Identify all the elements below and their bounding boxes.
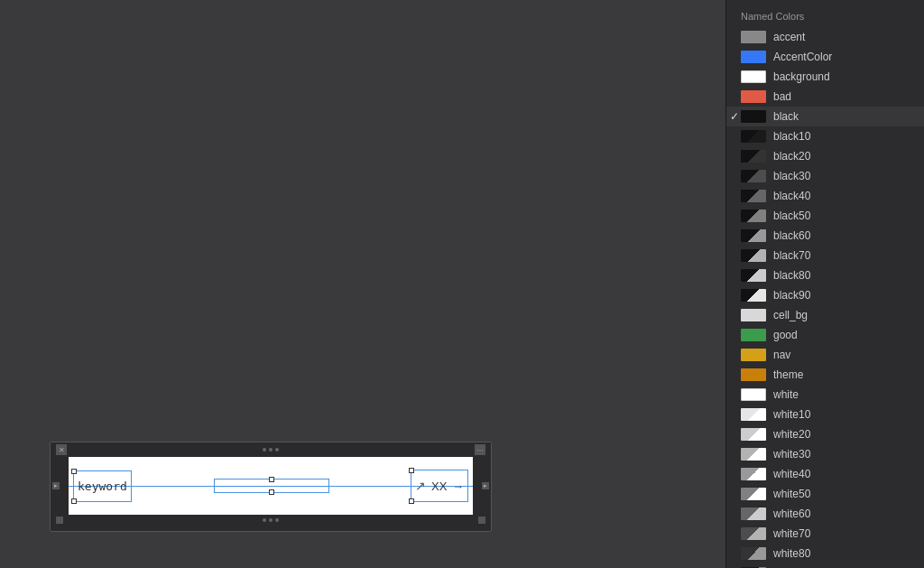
color-swatch-good [741, 329, 766, 341]
color-item-white30[interactable]: white30 [726, 444, 924, 464]
color-swatch-accent [741, 31, 766, 43]
color-label: white10 [773, 408, 810, 421]
widget-bottom-bar [51, 515, 491, 526]
color-item-accent[interactable]: accent [726, 27, 924, 47]
color-label: black [773, 110, 799, 123]
color-label: background [773, 70, 830, 83]
color-item-black40[interactable]: black40 [726, 186, 924, 206]
color-item-good[interactable]: good [726, 325, 924, 345]
widget-inner: keyword [69, 479, 473, 493]
color-item-black80[interactable]: black80 [726, 265, 924, 285]
widget-bottom-dots [263, 518, 279, 522]
widget-dot [275, 518, 279, 522]
color-swatch-theme [741, 368, 766, 381]
widget-left-handle[interactable]: ▸ [52, 482, 60, 489]
color-item-white70[interactable]: white70 [726, 524, 924, 544]
color-label: white30 [773, 448, 810, 461]
color-item-black[interactable]: ✓black [726, 107, 924, 126]
widget-bottom-right-handle[interactable] [478, 517, 485, 524]
color-swatch-white50 [741, 488, 766, 500]
color-swatch-black50 [741, 210, 766, 222]
color-label: black20 [773, 150, 810, 163]
color-swatch-black60 [741, 229, 766, 242]
color-label: white60 [773, 507, 810, 520]
color-item-theme[interactable]: theme [726, 365, 924, 385]
color-item-black60[interactable]: black60 [726, 226, 924, 246]
check-mark: ✓ [730, 110, 739, 123]
widget-top-bar: ✕ ⋯ [51, 442, 491, 457]
color-label: cell_bg [773, 309, 808, 321]
color-item-black90[interactable]: black90 [726, 285, 924, 305]
color-item-black20[interactable]: black20 [726, 146, 924, 166]
color-swatch-bad [741, 90, 766, 103]
color-swatch-black20 [741, 150, 766, 163]
widget-container: ✕ ⋯ ▸ [50, 442, 492, 532]
color-label: black90 [773, 289, 810, 302]
color-item-white40[interactable]: white40 [726, 464, 924, 484]
widget-dot [269, 448, 273, 452]
color-label: white40 [773, 468, 810, 480]
widget-right-handle[interactable]: ▸ [482, 482, 489, 489]
color-swatch-white10 [741, 408, 766, 421]
widget-dot [263, 448, 266, 452]
color-label: black40 [773, 190, 810, 202]
right-selection [411, 470, 468, 502]
right-element-group[interactable]: ↗ XX → [415, 479, 464, 493]
color-label: AccentColor [773, 51, 832, 63]
color-item-bad[interactable]: bad [726, 87, 924, 107]
section-title: Named Colors [726, 7, 924, 27]
color-item-white90[interactable]: white90 [726, 563, 924, 568]
color-item-background[interactable]: background [726, 67, 924, 87]
color-item-nav[interactable]: nav [726, 345, 924, 365]
color-label: accent [773, 31, 805, 43]
color-item-white[interactable]: white [726, 385, 924, 405]
color-item-white50[interactable]: white50 [726, 484, 924, 504]
color-swatch-background [741, 70, 766, 83]
color-swatch-white40 [741, 468, 766, 480]
color-item-accentcolor[interactable]: AccentColor [726, 47, 924, 67]
handle-bottom-left[interactable] [71, 498, 77, 504]
widget-bottom-left-handle[interactable] [56, 517, 63, 524]
color-label: black80 [773, 269, 810, 282]
handle-top-left[interactable] [71, 469, 77, 474]
color-swatch-white80 [741, 547, 766, 560]
keyword-element[interactable]: keyword [78, 480, 127, 493]
color-item-black70[interactable]: black70 [726, 246, 924, 265]
widget-close-button[interactable]: ✕ [56, 444, 67, 455]
color-item-cell_bg[interactable]: cell_bg [726, 305, 924, 325]
color-item-white10[interactable]: white10 [726, 405, 924, 424]
color-label: white [773, 388, 799, 401]
color-label: white20 [773, 428, 810, 441]
color-swatch-black10 [741, 130, 766, 143]
widget-content-area: keyword [69, 457, 473, 515]
color-label: bad [773, 90, 791, 103]
color-label: white50 [773, 488, 810, 500]
color-label: theme [773, 368, 803, 381]
color-item-black50[interactable]: black50 [726, 206, 924, 226]
color-swatch-white30 [741, 448, 766, 461]
color-swatch-cell_bg [741, 309, 766, 321]
color-label: nav [773, 349, 790, 361]
handle-right-bl[interactable] [409, 498, 414, 504]
handle-bottom-center[interactable] [269, 489, 274, 495]
color-item-white60[interactable]: white60 [726, 504, 924, 524]
color-item-white80[interactable]: white80 [726, 544, 924, 563]
color-item-black10[interactable]: black10 [726, 126, 924, 146]
widget-dot [269, 518, 273, 522]
color-label: black30 [773, 170, 810, 182]
color-swatch-accentcolor [741, 51, 766, 63]
right-elements: ↗ XX → [415, 479, 464, 493]
handle-top-center[interactable] [269, 477, 274, 482]
color-swatch-black40 [741, 190, 766, 202]
color-item-black30[interactable]: black30 [726, 166, 924, 186]
widget-resize-handle[interactable]: ⋯ [475, 444, 485, 455]
color-item-white20[interactable]: white20 [726, 424, 924, 444]
widget-dot [263, 518, 266, 522]
color-swatch-white60 [741, 507, 766, 520]
color-list: accentAccentColorbackgroundbad✓blackblac… [726, 27, 924, 568]
color-swatch-white20 [741, 428, 766, 441]
color-label: black10 [773, 130, 810, 143]
color-label: black50 [773, 210, 810, 222]
handle-right-tl[interactable] [409, 468, 414, 473]
color-swatch-black80 [741, 269, 766, 282]
